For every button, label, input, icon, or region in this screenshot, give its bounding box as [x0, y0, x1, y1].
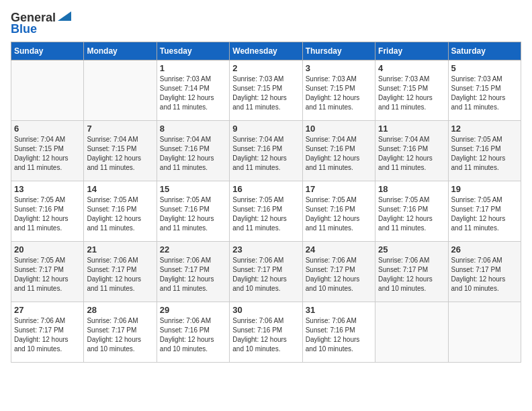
day-number: 6: [14, 124, 81, 134]
calendar-cell: 28Sunrise: 7:06 AM Sunset: 7:17 PM Dayli…: [84, 302, 157, 363]
calendar-cell: 30Sunrise: 7:06 AM Sunset: 7:16 PM Dayli…: [230, 302, 302, 363]
day-number: 16: [232, 184, 299, 194]
day-info: Sunrise: 7:05 AM Sunset: 7:17 PM Dayligh…: [14, 256, 81, 293]
calendar-cell: 7Sunrise: 7:04 AM Sunset: 7:15 PM Daylig…: [84, 121, 157, 181]
weekday-header-monday: Monday: [84, 42, 157, 60]
day-info: Sunrise: 7:05 AM Sunset: 7:16 PM Dayligh…: [160, 195, 226, 233]
day-number: 2: [232, 63, 299, 73]
day-info: Sunrise: 7:06 AM Sunset: 7:17 PM Dayligh…: [306, 256, 372, 293]
day-info: Sunrise: 7:04 AM Sunset: 7:16 PM Dayligh…: [306, 135, 372, 173]
calendar-cell: 31Sunrise: 7:06 AM Sunset: 7:16 PM Dayli…: [302, 302, 375, 363]
day-info: Sunrise: 7:05 AM Sunset: 7:16 PM Dayligh…: [232, 195, 299, 233]
day-info: Sunrise: 7:05 AM Sunset: 7:16 PM Dayligh…: [87, 195, 153, 233]
day-number: 30: [232, 305, 299, 315]
day-info: Sunrise: 7:05 AM Sunset: 7:16 PM Dayligh…: [14, 195, 81, 233]
day-number: 13: [14, 184, 81, 194]
logo-icon: [58, 9, 71, 23]
day-info: Sunrise: 7:06 AM Sunset: 7:16 PM Dayligh…: [232, 316, 299, 354]
day-info: Sunrise: 7:06 AM Sunset: 7:17 PM Dayligh…: [378, 256, 445, 293]
day-number: 3: [306, 63, 372, 73]
day-number: 20: [14, 244, 81, 255]
weekday-header-sunday: Sunday: [11, 42, 84, 60]
day-number: 29: [160, 305, 226, 315]
day-info: Sunrise: 7:06 AM Sunset: 7:17 PM Dayligh…: [14, 316, 81, 354]
day-number: 22: [160, 244, 226, 255]
calendar-cell: 11Sunrise: 7:04 AM Sunset: 7:16 PM Dayli…: [375, 121, 448, 181]
day-number: 17: [306, 184, 372, 194]
day-info: Sunrise: 7:06 AM Sunset: 7:17 PM Dayligh…: [87, 316, 153, 354]
calendar-cell: 27Sunrise: 7:06 AM Sunset: 7:17 PM Dayli…: [11, 302, 84, 363]
day-info: Sunrise: 7:04 AM Sunset: 7:16 PM Dayligh…: [160, 135, 226, 173]
day-info: Sunrise: 7:03 AM Sunset: 7:15 PM Dayligh…: [451, 75, 518, 112]
day-number: 7: [87, 124, 153, 134]
day-number: 8: [160, 124, 226, 134]
calendar-cell: 22Sunrise: 7:06 AM Sunset: 7:17 PM Dayli…: [157, 242, 229, 302]
calendar-cell: 2Sunrise: 7:03 AM Sunset: 7:15 PM Daylig…: [230, 60, 302, 121]
calendar-cell: 20Sunrise: 7:05 AM Sunset: 7:17 PM Dayli…: [11, 242, 84, 302]
day-number: 24: [306, 244, 372, 255]
calendar-cell: 29Sunrise: 7:06 AM Sunset: 7:16 PM Dayli…: [157, 302, 229, 363]
day-number: 9: [232, 124, 299, 134]
day-number: 1: [160, 63, 226, 73]
calendar-cell: [11, 60, 84, 121]
day-number: 19: [451, 184, 518, 194]
calendar-cell: 16Sunrise: 7:05 AM Sunset: 7:16 PM Dayli…: [230, 181, 302, 242]
day-number: 25: [378, 244, 445, 255]
calendar-cell: 3Sunrise: 7:03 AM Sunset: 7:15 PM Daylig…: [302, 60, 375, 121]
day-info: Sunrise: 7:05 AM Sunset: 7:16 PM Dayligh…: [306, 195, 372, 233]
calendar-cell: 14Sunrise: 7:05 AM Sunset: 7:16 PM Dayli…: [84, 181, 157, 242]
day-info: Sunrise: 7:04 AM Sunset: 7:15 PM Dayligh…: [14, 135, 81, 173]
day-number: 14: [87, 184, 153, 194]
day-info: Sunrise: 7:03 AM Sunset: 7:15 PM Dayligh…: [306, 75, 372, 112]
day-info: Sunrise: 7:03 AM Sunset: 7:15 PM Dayligh…: [232, 75, 299, 112]
calendar-cell: 25Sunrise: 7:06 AM Sunset: 7:17 PM Dayli…: [375, 242, 448, 302]
day-info: Sunrise: 7:04 AM Sunset: 7:16 PM Dayligh…: [232, 135, 299, 173]
day-info: Sunrise: 7:04 AM Sunset: 7:15 PM Dayligh…: [87, 135, 153, 173]
weekday-header-thursday: Thursday: [302, 42, 375, 60]
day-number: 21: [87, 244, 153, 255]
day-info: Sunrise: 7:03 AM Sunset: 7:15 PM Dayligh…: [378, 75, 445, 112]
day-info: Sunrise: 7:06 AM Sunset: 7:16 PM Dayligh…: [306, 316, 372, 354]
calendar-cell: 17Sunrise: 7:05 AM Sunset: 7:16 PM Dayli…: [302, 181, 375, 242]
calendar-cell: 10Sunrise: 7:04 AM Sunset: 7:16 PM Dayli…: [302, 121, 375, 181]
weekday-header-tuesday: Tuesday: [157, 42, 229, 60]
day-info: Sunrise: 7:06 AM Sunset: 7:17 PM Dayligh…: [87, 256, 153, 293]
svg-marker-0: [58, 11, 71, 21]
calendar-table: SundayMondayTuesdayWednesdayThursdayFrid…: [11, 42, 521, 363]
calendar-cell: [375, 302, 448, 363]
calendar-cell: 21Sunrise: 7:06 AM Sunset: 7:17 PM Dayli…: [84, 242, 157, 302]
day-info: Sunrise: 7:05 AM Sunset: 7:16 PM Dayligh…: [378, 195, 445, 233]
calendar-cell: 24Sunrise: 7:06 AM Sunset: 7:17 PM Dayli…: [302, 242, 375, 302]
logo-blue: Blue: [11, 22, 37, 36]
day-number: 31: [306, 305, 372, 315]
day-number: 23: [232, 244, 299, 255]
day-info: Sunrise: 7:06 AM Sunset: 7:17 PM Dayligh…: [451, 256, 518, 293]
day-info: Sunrise: 7:06 AM Sunset: 7:17 PM Dayligh…: [160, 256, 226, 293]
day-number: 5: [451, 63, 518, 73]
calendar-cell: 8Sunrise: 7:04 AM Sunset: 7:16 PM Daylig…: [157, 121, 229, 181]
calendar-cell: 19Sunrise: 7:05 AM Sunset: 7:17 PM Dayli…: [448, 181, 521, 242]
calendar-cell: 15Sunrise: 7:05 AM Sunset: 7:16 PM Dayli…: [157, 181, 229, 242]
calendar-cell: 5Sunrise: 7:03 AM Sunset: 7:15 PM Daylig…: [448, 60, 521, 121]
calendar-cell: [448, 302, 521, 363]
calendar-cell: 12Sunrise: 7:05 AM Sunset: 7:16 PM Dayli…: [448, 121, 521, 181]
day-number: 11: [378, 124, 445, 134]
logo: General Blue: [11, 11, 71, 36]
day-number: 10: [306, 124, 372, 134]
day-number: 28: [87, 305, 153, 315]
calendar-cell: 13Sunrise: 7:05 AM Sunset: 7:16 PM Dayli…: [11, 181, 84, 242]
day-info: Sunrise: 7:05 AM Sunset: 7:17 PM Dayligh…: [451, 195, 518, 233]
day-info: Sunrise: 7:06 AM Sunset: 7:16 PM Dayligh…: [160, 316, 226, 354]
day-number: 18: [378, 184, 445, 194]
page-header: General Blue: [11, 11, 521, 36]
day-info: Sunrise: 7:04 AM Sunset: 7:16 PM Dayligh…: [378, 135, 445, 173]
calendar-cell: 1Sunrise: 7:03 AM Sunset: 7:14 PM Daylig…: [157, 60, 229, 121]
day-info: Sunrise: 7:06 AM Sunset: 7:17 PM Dayligh…: [232, 256, 299, 293]
calendar-cell: 18Sunrise: 7:05 AM Sunset: 7:16 PM Dayli…: [375, 181, 448, 242]
weekday-header-wednesday: Wednesday: [230, 42, 302, 60]
calendar-cell: [84, 60, 157, 121]
day-number: 26: [451, 244, 518, 255]
day-number: 12: [451, 124, 518, 134]
day-info: Sunrise: 7:05 AM Sunset: 7:16 PM Dayligh…: [451, 135, 518, 173]
weekday-header-saturday: Saturday: [448, 42, 521, 60]
